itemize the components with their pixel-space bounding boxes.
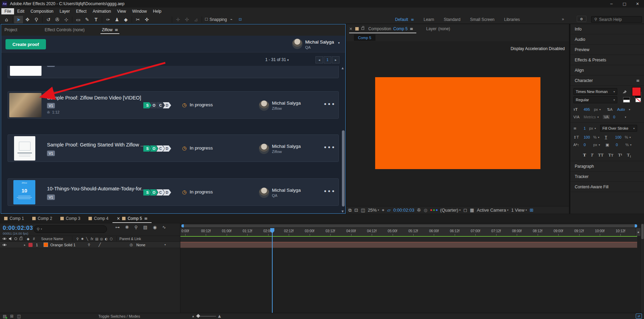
grid-guides-icon[interactable]: ⌖ (382, 208, 384, 213)
proof-thumbnail[interactable] (14, 136, 35, 161)
source-name-column[interactable]: Source Name (41, 237, 63, 241)
zoom-out-mountains-icon[interactable]: ▲ (192, 315, 194, 318)
tracking-caret-icon[interactable]: ▾ (625, 116, 626, 119)
snapshot-icon[interactable]: ⧉ (348, 208, 351, 213)
parent-pickwhip-icon[interactable]: ◎ (130, 243, 133, 247)
camera-select[interactable]: Active Camera▾ (477, 208, 508, 213)
frame-blend-switch-icon[interactable]: ▤ (94, 237, 99, 241)
layer-label-chip[interactable] (28, 243, 33, 247)
maximize-button[interactable]: □ (618, 0, 631, 8)
tab-layer[interactable]: Layer(none) (423, 24, 454, 33)
panel-preview[interactable]: Preview (570, 45, 644, 55)
tab-project[interactable]: Project (1, 24, 21, 35)
proof-card-partial[interactable]: V1 (8, 66, 339, 78)
menu-animation[interactable]: Animation (90, 8, 114, 14)
horizontal-scale-value[interactable]: 100 (615, 135, 623, 139)
timeline-tab-comp5[interactable]: ×Comp 5≡ (112, 214, 152, 223)
faux-bold-button[interactable]: T (583, 152, 586, 158)
all-caps-button[interactable]: TT (598, 152, 604, 158)
label-color-icon[interactable]: ◆ (27, 237, 29, 241)
collapse-switch-icon[interactable]: ✸ (80, 237, 85, 241)
superscript-button[interactable]: T¹ (618, 152, 622, 158)
layer-quality-icon[interactable]: ╱ (98, 243, 101, 247)
menu-layer[interactable]: Layer (57, 8, 73, 14)
puppet-pin-tool-icon[interactable]: ✜ (142, 16, 151, 23)
pagination-range[interactable]: 1 - 31 of 31 ▾ (224, 57, 289, 62)
type-tool-icon[interactable]: T (92, 16, 100, 23)
create-proof-button[interactable]: Create proof (5, 39, 46, 49)
track-scrollbar[interactable] (641, 223, 644, 313)
close-tab-icon[interactable]: × (349, 26, 353, 31)
brush-tool-icon[interactable]: ✑ (104, 16, 112, 23)
view-layout-select[interactable]: 1 View▾ (511, 208, 527, 213)
tracking-value[interactable]: 0 (613, 115, 623, 119)
timeline-tab-comp1[interactable]: Comp 1 (0, 214, 28, 223)
zoom-tool-icon[interactable]: ⚲ (32, 16, 41, 23)
menu-window[interactable]: Window (129, 8, 150, 14)
transparency-grid-icon[interactable]: ▦ (470, 208, 474, 213)
scroll-up-icon[interactable]: ▲ (342, 67, 344, 70)
orange-solid-layer[interactable] (375, 77, 540, 169)
in-out-columns-icon[interactable]: ◫ (17, 314, 21, 319)
expand-transform-icon[interactable]: ⊞ (10, 314, 13, 319)
stroke-width-caret-icon[interactable]: ▾ (595, 127, 596, 130)
solo-icon[interactable] (14, 237, 17, 240)
toggle-switches-modes-button[interactable]: Toggle Switches / Modes (98, 314, 140, 318)
motion-blur-switch-icon[interactable]: ◎ (99, 237, 104, 241)
font-size-value[interactable]: 495 (584, 107, 593, 111)
take-snapshot-icon[interactable]: ✇ (417, 208, 421, 213)
baseline-shift-caret-icon[interactable]: ▾ (599, 143, 600, 146)
comp-marker-bin-icon[interactable]: ◆ (636, 228, 641, 236)
tsume-value[interactable]: 0 (616, 143, 624, 147)
monitor-icon[interactable]: ⊡ (354, 208, 358, 213)
no-color-swatch[interactable] (635, 97, 641, 102)
close-tab-icon[interactable]: × (117, 216, 120, 221)
menu-file[interactable]: File (1, 8, 14, 14)
fx-switch-icon[interactable]: fx (90, 237, 94, 241)
audio-speaker-icon[interactable] (9, 237, 12, 240)
proof-thumbnail[interactable]: Ziflow 10 (13, 180, 35, 204)
help-search-field[interactable]: ⚲ Search Help (591, 16, 642, 23)
pan-behind-tool-icon[interactable]: ⊹ (62, 16, 71, 23)
font-family-select[interactable]: Times New Roman▾ (573, 88, 617, 95)
panel-tracker[interactable]: Tracker (570, 172, 644, 182)
frame-blending-icon[interactable]: ▤ (143, 225, 147, 230)
snap-grid-icon[interactable]: ⊡ (236, 16, 245, 23)
scroll-down-icon[interactable]: ▼ (342, 210, 344, 213)
layer-row[interactable]: ▸ 1 Orange Solid 1 ⚲ ╱ ◎ None▾ (0, 242, 180, 248)
swap-fill-stroke-swatch[interactable] (623, 97, 630, 103)
panel-content-aware-fill[interactable]: Content-Aware Fill (570, 182, 644, 192)
timeline-tab-comp3[interactable]: Comp 3 (56, 214, 84, 223)
user-avatar[interactable] (292, 39, 302, 49)
workspace-overflow-icon[interactable]: » (562, 17, 564, 22)
layer-twirl-icon[interactable]: ▸ (24, 243, 26, 247)
kerning-caret-icon[interactable]: ▾ (597, 116, 599, 119)
proof-title[interactable]: 10-Things-You-Should-Automate-Today-for.… (47, 186, 145, 191)
zoom-in-mountains-icon[interactable]: ▲ (218, 314, 221, 318)
composition-viewer[interactable]: Display Acceleration Disabled (346, 41, 569, 206)
layer-name[interactable]: Orange Solid 1 (50, 243, 75, 247)
parent-select[interactable]: None▾ (136, 243, 166, 247)
eyedropper-icon[interactable] (622, 89, 627, 94)
small-caps-button[interactable]: TT (608, 152, 613, 158)
fill-color-swatch[interactable] (632, 87, 641, 96)
shape-tool-icon[interactable]: ▭ (74, 16, 83, 23)
menu-edit[interactable]: Edit (14, 8, 27, 14)
composition-mini-flowchart-icon[interactable]: ⊶ (115, 225, 120, 230)
tab-ziflow[interactable]: Ziflow≡ (98, 24, 121, 35)
proof-thumbnail[interactable] (10, 66, 41, 76)
panel-menu-icon[interactable]: ≡ (144, 216, 147, 221)
panel-menu-icon[interactable]: ≡ (636, 78, 640, 83)
tab-effect-controls[interactable]: Effect Controls (none) (41, 24, 88, 35)
timeline-tab-comp2[interactable]: Comp 2 (28, 214, 56, 223)
eraser-tool-icon[interactable]: ◆ (121, 16, 130, 23)
layer-visibility-eye-icon[interactable] (2, 243, 7, 247)
timeline-search-field[interactable]: ⚲ ▾ (34, 225, 107, 233)
draft-3d-icon[interactable]: ❋ (125, 225, 129, 230)
vertical-scale-value[interactable]: 100 (584, 135, 592, 139)
proof-menu-button[interactable]: ••• (323, 144, 335, 151)
workspace-default[interactable]: Default (395, 17, 408, 22)
panel-paragraph[interactable]: Paragraph (570, 161, 644, 172)
proof-menu-button[interactable]: ••• (323, 188, 335, 195)
proof-menu-button[interactable]: ••• (323, 101, 335, 108)
